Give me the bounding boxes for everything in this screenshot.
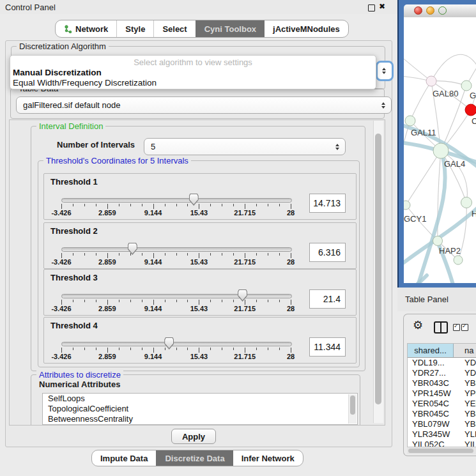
control-panel-title: Control Panel: [5, 3, 56, 12]
tick-mark: [187, 253, 188, 256]
table-row[interactable]: YER054CYER0: [408, 399, 476, 409]
network-node-gcy1[interactable]: [404, 201, 410, 210]
top-tab-bar: NetworkStyleSelectCyni ToolboxjActiveMNo…: [55, 20, 349, 38]
apply-button[interactable]: Apply: [171, 429, 216, 444]
slider-thumb[interactable]: [189, 194, 199, 206]
zoom-orb-icon[interactable]: [438, 6, 447, 15]
num-intervals-label: Number of Intervals: [57, 140, 135, 150]
tab-style[interactable]: Style: [116, 20, 153, 37]
tab-network[interactable]: Network: [56, 20, 116, 37]
attribute-item-selfloops[interactable]: SelfLoops: [43, 394, 357, 404]
columns-icon[interactable]: [434, 321, 448, 334]
tick-mark: [291, 204, 291, 209]
table-panel-titlebar: Table Panel: [397, 288, 476, 311]
threshold-value-field[interactable]: 21.4: [309, 289, 346, 309]
tick-label: 9.144: [144, 353, 162, 360]
close-icon[interactable]: ✖: [379, 2, 385, 11]
table-panel-title: Table Panel: [405, 295, 449, 304]
control-panel-titlebar: Control Panel ✖: [0, 0, 397, 14]
checkbox-icon[interactable]: [453, 324, 460, 331]
network-node[interactable]: [454, 256, 463, 265]
table-row[interactable]: YDR27...YDR2: [408, 368, 476, 378]
tab-cyni-toolbox[interactable]: Cyni Toolbox: [196, 20, 265, 37]
table-data-combobox[interactable]: galFiltered.sif default node: [16, 96, 392, 114]
network-edge[interactable]: [406, 151, 441, 205]
attribute-item-betweennesscentrality[interactable]: BetweennessCentrality: [43, 414, 357, 424]
tick-mark: [187, 300, 188, 302]
tick-mark: [107, 204, 108, 209]
slider-thumb[interactable]: [128, 243, 137, 255]
attribute-item-topologicalcoefficient[interactable]: TopologicalCoefficient: [43, 404, 357, 414]
tab-impute-data[interactable]: Impute Data: [92, 450, 156, 466]
table-row[interactable]: YBR043CYBR0: [408, 378, 476, 388]
tick-mark: [153, 300, 154, 305]
network-window-titlebar[interactable]: [404, 4, 476, 18]
scrollbar-thumb[interactable]: [350, 395, 355, 415]
network-node-ga[interactable]: [461, 81, 472, 91]
threshold-value-field[interactable]: 14.713: [309, 194, 346, 213]
tab-infer-network[interactable]: Infer Network: [233, 450, 303, 466]
node-label-gal80: GAL80: [433, 89, 458, 98]
network-node-gal4[interactable]: [433, 143, 449, 158]
table-row[interactable]: YPR145WYPR1: [408, 388, 476, 399]
tick-mark: [61, 204, 62, 209]
spinner-stepper-icon: [335, 144, 339, 150]
network-node-gal11[interactable]: [405, 116, 415, 126]
tick-label: 9.144: [144, 258, 162, 266]
network-edge[interactable]: [404, 275, 427, 283]
tick-label: 15.43: [190, 305, 208, 312]
vertical-scrollbar[interactable]: [373, 121, 383, 423]
cell-shared-name: YPR145W: [408, 388, 454, 399]
minimize-orb-icon[interactable]: [426, 6, 434, 15]
slider-track[interactable]: [61, 294, 292, 298]
network-node-c[interactable]: [465, 104, 476, 116]
attributes-scrollbar[interactable]: [348, 394, 357, 424]
tick-mark: [210, 300, 211, 302]
table-row[interactable]: YDL19...YDL1: [408, 358, 476, 368]
threshold-value-field[interactable]: 6.316: [309, 243, 346, 262]
cell-name: YPR1: [454, 388, 476, 399]
close-orb-icon[interactable]: [414, 6, 422, 15]
network-node-h[interactable]: [461, 197, 472, 208]
numerical-attributes-list[interactable]: SelfLoopsTopologicalCoefficientBetweenne…: [42, 393, 358, 425]
settings-scroll-panel: Interval Definition Number of Intervals …: [9, 119, 385, 426]
tick-label: 15.43: [190, 353, 208, 360]
network-edge[interactable]: [404, 56, 431, 81]
threshold-value-field[interactable]: 11.344: [309, 337, 346, 357]
bottom-tab-bar: Impute DataDiscretize DataInfer Network: [91, 450, 303, 466]
network-edge[interactable]: [438, 151, 441, 241]
tab-label: jActiveMNodules: [273, 24, 340, 34]
gear-icon[interactable]: ⚙: [413, 319, 423, 331]
algorithm-placeholder-option[interactable]: Select algorithm to view settings: [10, 58, 376, 68]
network-node[interactable]: [426, 76, 436, 86]
num-intervals-spinner[interactable]: 5: [144, 138, 346, 155]
column-header-shared-name[interactable]: shared...: [408, 344, 454, 357]
scrollbar-thumb[interactable]: [375, 134, 381, 404]
tab-select[interactable]: Select: [153, 20, 195, 37]
slider-track[interactable]: [61, 198, 292, 203]
network-canvas[interactable]: GACGAL11GAL80GAL4HGCY1HAP2: [404, 17, 476, 283]
network-edge[interactable]: [410, 81, 431, 121]
tab-jactivemnodules[interactable]: jActiveMNodules: [265, 20, 348, 37]
algorithm-option-equal-width-frequency-discretization[interactable]: Equal Width/Frequency Discretization: [10, 78, 376, 88]
tab-discretize-data[interactable]: Discretize Data: [156, 450, 233, 466]
slider-track[interactable]: [61, 342, 292, 346]
slider-track[interactable]: [61, 247, 292, 252]
network-edge[interactable]: [431, 54, 476, 81]
float-window-icon[interactable]: [368, 4, 375, 12]
column-header-name[interactable]: na: [454, 344, 476, 357]
tick-mark: [279, 348, 280, 350]
scrollbar-thumb[interactable]: [408, 449, 473, 453]
algorithm-option-manual-discretization[interactable]: Manual Discretization: [10, 68, 376, 78]
table-row[interactable]: YLR345WYLR3: [408, 429, 476, 440]
slider-thumb[interactable]: [238, 289, 247, 302]
network-node-hap2[interactable]: [433, 236, 443, 246]
slider-thumb[interactable]: [164, 337, 174, 349]
tick-mark: [165, 300, 165, 302]
checkbox-icon[interactable]: [461, 324, 468, 331]
horizontal-scrollbar[interactable]: [407, 447, 476, 454]
node-table: shared... na YDL19...YDL1YDR27...YDR2YBR…: [407, 343, 476, 450]
table-row[interactable]: YBR045CYBR0: [408, 409, 476, 419]
table-row[interactable]: YBL079WYBL0: [408, 419, 476, 429]
algorithm-combobox-fragment[interactable]: [376, 61, 394, 81]
